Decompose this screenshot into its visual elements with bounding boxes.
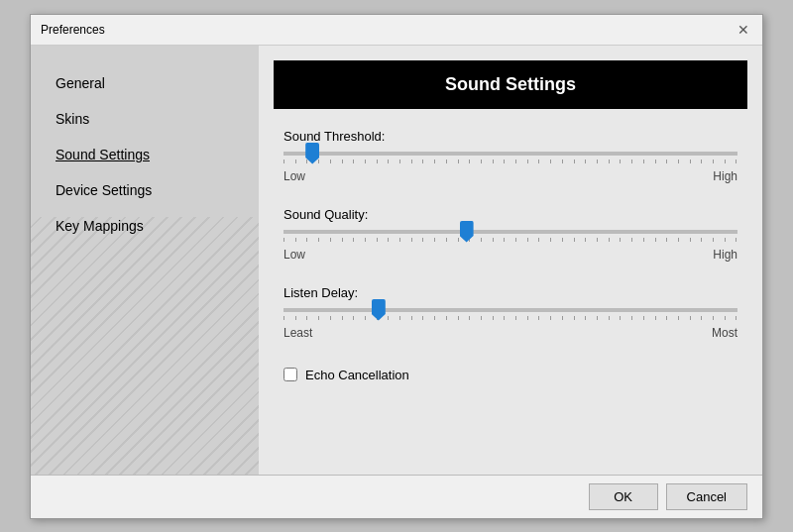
tick [690,316,691,320]
slider-input-sound-threshold[interactable] [283,152,737,156]
tick [550,316,551,320]
tick [434,160,435,163]
tick [283,316,284,320]
tick [609,238,610,242]
ok-button[interactable]: OK [589,483,658,510]
tick [725,238,726,242]
tick [725,316,726,320]
title-bar: Preferences ✕ [31,15,762,46]
tick [306,316,307,320]
tick [701,238,702,242]
preferences-window: Preferences ✕ GeneralSkinsSound Settings… [30,14,763,519]
tick [643,316,644,320]
tick [330,238,331,242]
tick [562,316,563,320]
tick [295,160,296,163]
tick [609,160,610,163]
tick [353,160,354,163]
tick [620,238,621,242]
tick [562,238,563,242]
tick [283,238,284,242]
tick [353,238,354,242]
slider-input-sound-quality[interactable] [283,230,737,234]
tick [538,238,539,242]
tick [620,160,621,163]
tick [736,316,736,320]
tick [643,238,644,242]
tick [377,238,378,242]
slider-row-sound-quality: Sound Quality:LowHigh [283,207,737,262]
tick [504,238,505,242]
tick [377,160,378,163]
tick [399,238,400,242]
tick [678,238,679,242]
cancel-button[interactable]: Cancel [666,483,747,510]
sidebar-item-key-mappings[interactable]: Key Mappings [31,208,259,244]
echo-cancellation-checkbox[interactable] [283,368,297,381]
close-button[interactable]: ✕ [735,21,752,39]
tick [481,160,482,163]
slider-row-sound-threshold: Sound Threshold:LowHigh [283,129,737,183]
tick [585,160,586,163]
tick [458,316,459,320]
tick [399,160,400,163]
tick [330,316,331,320]
ticks-sound-threshold [283,160,737,163]
sidebar: GeneralSkinsSound SettingsDevice Setting… [31,46,259,475]
tick [295,316,296,320]
tick [538,160,539,163]
tick [283,160,284,163]
tick [469,160,470,163]
slider-label-sound-threshold: Sound Threshold: [283,129,737,144]
sidebar-item-device-settings[interactable]: Device Settings [31,172,259,208]
tick [388,160,389,163]
range-labels-sound-quality: LowHigh [283,248,737,262]
tick [713,160,714,163]
tick [422,316,423,320]
tick [458,238,459,242]
tick [585,316,586,320]
tick [666,316,667,320]
tick [365,238,366,242]
tick [666,238,667,242]
tick [515,316,516,320]
tick [538,316,539,320]
tick [365,316,366,320]
tick [631,316,632,320]
echo-cancellation-label: Echo Cancellation [305,368,409,382]
tick [446,238,447,242]
sidebar-item-general[interactable]: General [31,65,259,101]
tick [434,238,435,242]
sidebar-item-skins[interactable]: Skins [31,101,259,137]
tick [388,316,389,320]
tick [655,160,656,163]
main-panel: Sound Settings Sound Threshold:LowHighSo… [259,46,762,475]
tick [550,238,551,242]
tick [306,160,307,163]
tick [620,316,621,320]
tick [574,316,575,320]
tick [666,160,667,163]
tick [318,316,319,320]
window-title: Preferences [41,23,105,37]
content-area: GeneralSkinsSound SettingsDevice Setting… [31,46,762,475]
tick [597,316,598,320]
tick [446,316,447,320]
tick [330,160,331,163]
ticks-sound-quality [283,238,737,242]
tick [318,238,319,242]
tick [411,238,412,242]
tick [306,238,307,242]
tick [655,316,656,320]
slider-label-listen-delay: Listen Delay: [283,285,737,300]
sidebar-item-sound-settings[interactable]: Sound Settings [31,137,259,172]
range-labels-listen-delay: LeastMost [283,326,737,340]
tick [446,160,447,163]
tick [725,160,726,163]
range-label-left-listen-delay: Least [283,326,312,340]
slider-input-listen-delay[interactable] [283,308,737,312]
range-label-left-sound-quality: Low [283,248,305,262]
tick [678,160,679,163]
tick [631,238,632,242]
tick [515,238,516,242]
